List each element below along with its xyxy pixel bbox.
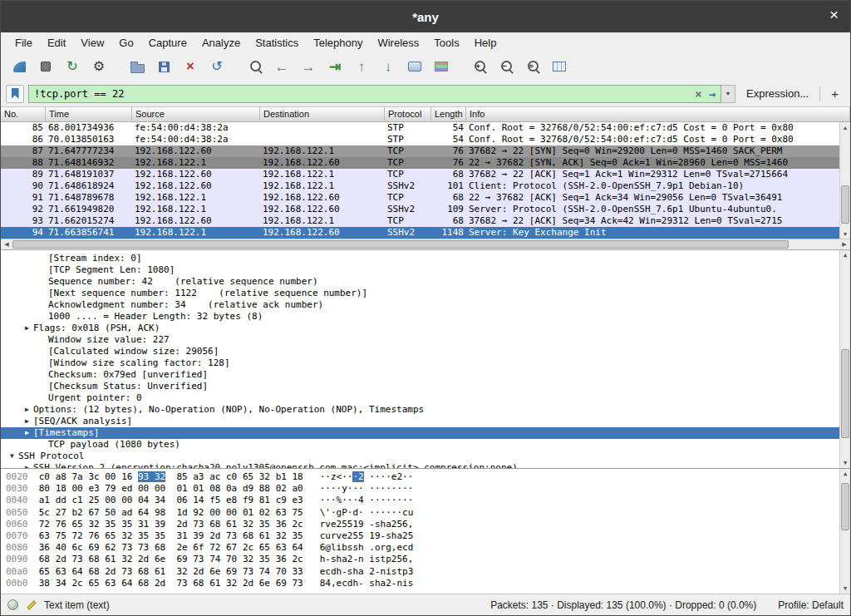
detail-line[interactable]: [Window size scaling factor: 128] xyxy=(1,357,850,369)
scroll-down-icon[interactable]: ▼ xyxy=(840,458,850,468)
detail-line[interactable]: [Calculated window size: 29056] xyxy=(1,346,850,357)
profile-label[interactable]: Profile: Default xyxy=(778,599,844,611)
go-to-packet-icon[interactable]: ⇥ xyxy=(323,55,347,78)
titlebar[interactable]: *any × xyxy=(1,1,850,32)
scroll-track[interactable] xyxy=(840,132,850,229)
menu-item-go[interactable]: Go xyxy=(111,34,140,52)
packet-row[interactable]: 9371.662015274192.168.122.60192.168.122.… xyxy=(1,215,850,227)
hscroll-thumb[interactable] xyxy=(12,240,789,249)
hex-line[interactable]: 0080 36 40 6c 69 62 73 73 68 2e 6f 72 67… xyxy=(6,542,850,554)
hex-line[interactable]: 0050 5c 27 b2 67 50 ad 64 98 1d 92 00 00… xyxy=(6,507,850,519)
packet-row[interactable]: 9171.648789678192.168.122.1192.168.122.6… xyxy=(1,192,850,204)
display-filter-input[interactable]: !tcp.port == 22 × → xyxy=(28,85,721,103)
hex-line[interactable]: 00b0 38 34 2c 65 63 64 68 2d 73 68 61 32… xyxy=(6,578,850,589)
hex-line[interactable]: 0070 63 75 72 76 65 32 35 35 31 39 2d 73… xyxy=(6,530,850,542)
detail-line[interactable]: Sequence number: 42 (relative sequence n… xyxy=(1,276,850,288)
scroll-up-icon[interactable]: ▲ xyxy=(840,469,850,479)
hex-line[interactable]: 0040 a1 dd c1 25 00 00 04 34 06 14 f5 e8… xyxy=(6,495,850,506)
detail-line[interactable]: [Checksum Status: Unverified] xyxy=(1,381,850,392)
hex-line[interactable]: 0030 80 18 00 e3 79 ed 00 00 01 01 08 0a… xyxy=(6,483,850,495)
menu-item-telephony[interactable]: Telephony xyxy=(306,34,370,52)
detail-line[interactable]: ▶Flags: 0x018 (PSH, ACK) xyxy=(1,323,850,334)
expander-icon[interactable]: ▼ xyxy=(6,451,18,462)
detail-line[interactable]: TCP payload (1080 bytes) xyxy=(1,439,850,451)
menu-item-view[interactable]: View xyxy=(73,34,111,52)
hscroll-track[interactable] xyxy=(12,239,839,249)
stop-capture-icon[interactable] xyxy=(34,55,57,78)
hex-line[interactable]: 0090 68 2d 73 68 61 32 2d 6e 69 73 74 70… xyxy=(6,554,850,565)
start-capture-icon[interactable] xyxy=(7,55,31,78)
packet-row[interactable]: 9471.663856741192.168.122.1192.168.122.6… xyxy=(1,227,850,239)
menu-item-statistics[interactable]: Statistics xyxy=(248,34,306,52)
menu-item-edit[interactable]: Edit xyxy=(40,34,73,52)
capture-comment-icon[interactable] xyxy=(25,599,37,611)
expander-icon[interactable]: ▶ xyxy=(21,323,33,334)
scroll-thumb[interactable] xyxy=(841,483,849,530)
detail-line[interactable]: Checksum: 0x79ed [unverified] xyxy=(1,369,850,381)
packet-list-scrollbar[interactable]: ▲ ▼ xyxy=(839,122,850,239)
detail-line[interactable]: [Stream index: 0] xyxy=(1,253,850,264)
scroll-thumb[interactable] xyxy=(841,185,849,224)
menu-item-wireless[interactable]: Wireless xyxy=(370,34,426,52)
detail-line[interactable]: ▶SSH Version 2 (encryption:chacha20-poly… xyxy=(1,462,850,468)
column-length[interactable]: Length xyxy=(431,107,466,121)
zoom-out-icon[interactable]: − xyxy=(494,55,518,78)
detail-line[interactable]: ▼SSH Protocol xyxy=(1,451,850,462)
detail-line[interactable]: Window size value: 227 xyxy=(1,334,850,346)
close-icon[interactable]: × xyxy=(829,7,839,22)
packet-row[interactable]: 9271.661949820192.168.122.1192.168.122.6… xyxy=(1,204,850,215)
packet-row[interactable]: 8871.648146932192.168.122.1192.168.122.6… xyxy=(1,157,850,169)
column-no[interactable]: No. xyxy=(1,107,46,121)
scroll-up-icon[interactable]: ▲ xyxy=(840,250,850,260)
scroll-left-icon[interactable]: ◀ xyxy=(1,241,12,248)
packet-row[interactable]: 8670.013850163fe:54:00:d4:38:2aSTP54Conf… xyxy=(1,134,850,145)
expander-icon[interactable]: ▶ xyxy=(21,416,33,427)
packet-row[interactable]: 8971.648191037192.168.122.60192.168.122.… xyxy=(1,169,850,180)
filter-apply-icon[interactable]: → xyxy=(709,87,716,101)
go-back-icon[interactable]: ← xyxy=(270,55,293,78)
expander-icon[interactable]: ▶ xyxy=(21,404,33,416)
filter-bookmark-button[interactable] xyxy=(6,85,24,103)
detail-line[interactable]: 1000 .... = Header Length: 32 bytes (8) xyxy=(1,311,850,323)
packet-list-hscrollbar[interactable]: ◀ ▶ xyxy=(1,239,850,250)
details-scrollbar[interactable]: ▲ ▼ xyxy=(839,250,850,468)
reload-file-icon[interactable]: ↺ xyxy=(205,55,229,78)
filter-dropdown-icon[interactable]: ▼ xyxy=(721,85,735,103)
scroll-right-icon[interactable]: ▶ xyxy=(839,241,850,248)
detail-line[interactable]: [Next sequence number: 1122 (relative se… xyxy=(1,288,850,299)
scroll-track[interactable] xyxy=(840,479,850,584)
packet-row[interactable]: 8568.001734936fe:54:00:d4:38:2aSTP54Conf… xyxy=(1,122,850,134)
restart-capture-icon[interactable]: ↻ xyxy=(61,55,84,78)
detail-line[interactable]: [TCP Segment Len: 1080] xyxy=(1,264,850,276)
column-destination[interactable]: Destination xyxy=(260,107,385,121)
add-filter-button[interactable]: + xyxy=(824,86,845,101)
hex-line[interactable]: 0020 c0 a8 7a 3c 00 16 93 32 85 a3 ac c0… xyxy=(6,471,850,483)
menu-item-analyze[interactable]: Analyze xyxy=(194,34,248,52)
menu-item-capture[interactable]: Capture xyxy=(141,34,194,52)
zoom-reset-icon[interactable]: = xyxy=(521,55,544,78)
hex-line[interactable]: 00a0 65 63 64 68 2d 73 68 61 32 2d 6e 69… xyxy=(6,566,850,578)
filter-clear-icon[interactable]: × xyxy=(695,87,701,101)
column-info[interactable]: Info xyxy=(466,107,850,121)
colorize-icon[interactable] xyxy=(430,55,453,78)
column-source[interactable]: Source xyxy=(132,107,260,121)
detail-line[interactable]: ▶[Timestamps] xyxy=(1,427,850,439)
capture-options-icon[interactable]: ⚙ xyxy=(87,55,111,78)
expert-info-icon[interactable] xyxy=(7,599,18,610)
close-file-icon[interactable]: × xyxy=(179,55,202,78)
scroll-thumb[interactable] xyxy=(841,349,849,438)
scroll-down-icon[interactable]: ▼ xyxy=(840,584,850,594)
go-forward-icon[interactable]: → xyxy=(297,55,320,78)
zoom-in-icon[interactable]: + xyxy=(468,55,491,78)
open-file-icon[interactable] xyxy=(125,55,149,78)
packet-row[interactable]: 8771.647777234192.168.122.60192.168.122.… xyxy=(1,145,850,157)
hex-scrollbar[interactable]: ▲ ▼ xyxy=(839,469,850,594)
detail-line[interactable]: ▶Options: (12 bytes), No-Operation (NOP)… xyxy=(1,404,850,416)
detail-line[interactable]: Urgent pointer: 0 xyxy=(1,392,850,404)
expander-icon[interactable]: ▶ xyxy=(21,462,33,468)
packet-row[interactable]: 9071.648618924192.168.122.60192.168.122.… xyxy=(1,180,850,192)
scroll-down-icon[interactable]: ▼ xyxy=(840,229,850,239)
expander-icon[interactable]: ▶ xyxy=(21,427,33,439)
menu-item-tools[interactable]: Tools xyxy=(426,34,466,52)
detail-line[interactable]: Acknowledgment number: 34 (relative ack … xyxy=(1,299,850,311)
